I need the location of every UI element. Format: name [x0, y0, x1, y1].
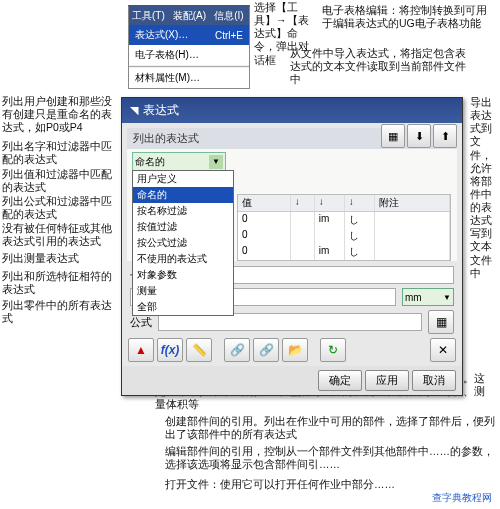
dd-opt-all[interactable]: 全部 [133, 299, 233, 315]
open-file-icon[interactable]: 📂 [282, 338, 308, 362]
menu-item-label: 表达式(X)… [135, 28, 188, 42]
chevron-down-icon: ▼ [443, 293, 451, 302]
table-row[interactable]: 0し [238, 228, 450, 244]
interpart-ref-icon[interactable]: 🔗 [224, 338, 250, 362]
col-3: ↓ [315, 195, 345, 211]
edit-interpart-icon[interactable]: 🔗 [253, 338, 279, 362]
ann-b4: 编辑部件间的引用，控制从一个部件文件到其他部件中……的参数，选择该选项将显示包含… [165, 445, 495, 471]
function-toolbar: ▲ f(x) 📏 🔗 🔗 📂 ↻ ✕ [128, 338, 456, 362]
dialog-toolbar: ▦ ⬇ ⬆ [381, 124, 457, 148]
dialog-titlebar: ◥ 表达式 [122, 98, 462, 123]
ok-button[interactable]: 确定 [318, 370, 362, 391]
menu-separator [129, 66, 249, 67]
ann-import: 从文件中导入表达式，将指定包含表达式的文本文件读取到当前部件文件中 [290, 47, 470, 86]
dd-opt-unused[interactable]: 不使用的表达式 [133, 251, 233, 267]
menu-item-spreadsheet[interactable]: 电子表格(H)… [129, 45, 249, 65]
dd-opt-named[interactable]: 命名的 [133, 187, 233, 203]
dd-opt-byvalue[interactable]: 按值过滤 [133, 219, 233, 235]
dialog-icon: ◥ [130, 104, 138, 117]
ann-l2: 列出名字和过滤器中匹配的表达式 [2, 140, 117, 166]
measure-distance-icon[interactable]: 📏 [186, 338, 212, 362]
formula-commit-icon[interactable]: ▦ [428, 310, 454, 334]
dd-opt-byformula[interactable]: 按公式过滤 [133, 235, 233, 251]
dropdown-list: 用户定义 命名的 按名称过滤 按值过滤 按公式过滤 不使用的表达式 对象参数 测… [132, 170, 234, 316]
delete-icon[interactable]: ✕ [430, 338, 456, 362]
ann-l8: 列出零件中的所有表达式 [2, 299, 117, 325]
filter-dropdown[interactable]: 命名的 ▼ [132, 152, 226, 172]
chevron-down-icon: ▼ [209, 155, 223, 169]
ann-l3: 列出值和过滤器中匹配的表达式 [2, 168, 117, 194]
refresh-icon[interactable]: ↻ [320, 338, 346, 362]
expression-dialog: ◥ 表达式 ▦ ⬇ ⬆ 列出的表达式 命名的 ▼ 用户定义 命名的 按名称过滤 … [121, 97, 463, 396]
watermark: 查字典教程网 [432, 491, 492, 505]
col-4: ↓ [345, 195, 375, 211]
unit-dropdown[interactable]: mm▼ [402, 288, 454, 306]
ann-export: 导出表达式到文件，允许将部件中的表达式写到文本文件中 [470, 96, 498, 280]
export-file-icon[interactable]: ⬆ [433, 124, 457, 148]
ann-l7: 列出和所选特征相符的表达式 [2, 270, 117, 296]
dropdown-value: 命名的 [135, 155, 165, 169]
dd-opt-measure[interactable]: 测量 [133, 283, 233, 299]
ann-excel: 电子表格编辑：将控制转换到可用于编辑表达式的UG电子表格功能 [322, 4, 492, 30]
menu-item-expression[interactable]: 表达式(X)… Ctrl+E [129, 25, 249, 45]
menu-assembly[interactable]: 装配(A) [173, 9, 206, 23]
ann-l1: 列出用户创建和那些没有创建只是重命名的表达式，如P0或P4 [2, 95, 117, 134]
ann-b3: 创建部件间的引用。列出在作业中可用的部件，选择了部件后，便列出了该部件中的所有表… [165, 415, 495, 441]
menu-shortcut: Ctrl+E [215, 30, 243, 41]
dialog-buttons: 确定 应用 取消 [122, 366, 462, 395]
stop-icon[interactable]: ▲ [128, 338, 154, 362]
import-file-icon[interactable]: ⬇ [407, 124, 431, 148]
dd-opt-byname[interactable]: 按名称过滤 [133, 203, 233, 219]
col-2: ↓ [291, 195, 315, 211]
menu-item-material[interactable]: 材料属性(M)… [129, 68, 249, 88]
table-row[interactable]: 0imし [238, 244, 450, 260]
menubar[interactable]: 工具(T) 装配(A) 信息(I) [129, 7, 249, 25]
cancel-button[interactable]: 取消 [412, 370, 456, 391]
table-header: 值 ↓ ↓ ↓ 附注 [238, 195, 450, 212]
formula-label: 公式 [130, 315, 152, 330]
dd-opt-userdef[interactable]: 用户定义 [133, 171, 233, 187]
ann-l6: 列出测量表达式 [2, 252, 117, 265]
ann-l4: 列出公式和过滤器中匹配的表达式 [2, 195, 117, 221]
dd-opt-objparam[interactable]: 对象参数 [133, 267, 233, 283]
ann-l5: 没有被任何特征或其他表达式引用的表达式 [2, 222, 117, 248]
menu-info[interactable]: 信息(I) [214, 9, 243, 23]
expression-table[interactable]: 值 ↓ ↓ ↓ 附注 0imし 0し 0imし [237, 194, 451, 261]
col-note: 附注 [375, 195, 450, 211]
ann-b5: 打开文件：使用它可以打开任何作业中部分…… [165, 478, 495, 491]
apply-button[interactable]: 应用 [365, 370, 409, 391]
function-fx-icon[interactable]: f(x) [157, 338, 183, 362]
tools-menu: 工具(T) 装配(A) 信息(I) 表达式(X)… Ctrl+E 电子表格(H)… [128, 5, 250, 89]
col-value: 值 [238, 195, 291, 211]
dialog-title: 表达式 [143, 102, 179, 119]
table-row[interactable]: 0imし [238, 212, 450, 228]
menu-tools[interactable]: 工具(T) [132, 9, 165, 23]
excel-edit-icon[interactable]: ▦ [381, 124, 405, 148]
